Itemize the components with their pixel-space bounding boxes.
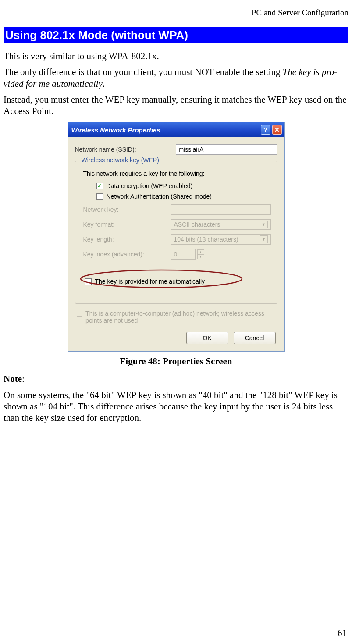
dialog-titlebar: Wireless Network Properties ? ✕ [68, 122, 284, 137]
key-index-spinner: ▲ ▼ [197, 249, 204, 259]
key-format-label: Key format: [83, 221, 171, 228]
spinner-down-icon: ▼ [197, 254, 204, 259]
close-button[interactable]: ✕ [272, 125, 282, 135]
adhoc-row: This is a computer-to-computer (ad hoc) … [77, 310, 276, 324]
key-length-select: 104 bits (13 characters) ▼ [171, 234, 271, 245]
dialog-body: Network name (SSID): Wireless network ke… [68, 137, 284, 351]
ssid-label: Network name (SSID): [75, 146, 176, 153]
network-key-input [171, 204, 271, 215]
note-text: On some systems, the "64 bit" WEP key is… [4, 389, 348, 424]
figure-wrap: Wireless Network Properties ? ✕ Network … [4, 122, 348, 367]
data-encryption-label: Data encryption (WEP enabled) [107, 182, 193, 189]
page-number: 61 [338, 628, 347, 639]
key-index-input: 0 [171, 249, 196, 260]
help-button[interactable]: ? [261, 125, 270, 135]
dialog-window: Wireless Network Properties ? ✕ Network … [68, 122, 285, 352]
wep-groupbox: Wireless network key (WEP) This network … [75, 161, 277, 304]
key-index-value: 0 [174, 251, 178, 258]
note-label: Note [4, 374, 22, 384]
paragraph-2: The only difference is that on your clie… [4, 66, 348, 89]
figure-caption: Figure 48: Properties Screen [4, 356, 348, 367]
chevron-down-icon: ▼ [260, 221, 268, 228]
key-length-label: Key length: [83, 236, 171, 243]
key-auto-checkbox[interactable] [85, 278, 92, 285]
key-length-value: 104 bits (13 characters) [174, 236, 238, 243]
network-auth-label: Network Authentication (Shared mode) [107, 193, 212, 200]
chevron-down-icon: ▼ [260, 235, 268, 243]
note-line: Note: [4, 373, 348, 384]
paragraph-3: Instead, you must enter the WEP key manu… [4, 94, 348, 117]
cancel-button[interactable]: Cancel [234, 332, 276, 344]
adhoc-checkbox [77, 310, 82, 317]
page-header-right: PC and Server Configuration [4, 8, 348, 18]
wep-group-legend: Wireless network key (WEP) [80, 157, 161, 164]
ssid-input[interactable] [176, 144, 277, 155]
key-auto-label: The key is provided for me automatically [95, 278, 205, 285]
network-auth-checkbox[interactable] [96, 193, 103, 200]
key-format-select: ASCII characters ▼ [171, 219, 271, 230]
spinner-up-icon: ▲ [197, 249, 204, 254]
key-format-value: ASCII characters [174, 221, 220, 228]
note-colon: : [22, 374, 25, 384]
ok-button[interactable]: OK [186, 332, 228, 344]
paragraph-2c: . [103, 78, 105, 89]
section-title: Using 802.1x Mode (without WPA) [4, 27, 348, 43]
key-index-label: Key index (advanced): [83, 251, 171, 258]
data-encryption-checkbox[interactable]: ✓ [96, 183, 103, 189]
paragraph-1: This is very similar to using WPA-802.1x… [4, 50, 348, 62]
paragraph-2a: The only difference is that on your clie… [4, 67, 283, 77]
network-key-label: Network key: [83, 206, 171, 213]
highlighted-option: The key is provided for me automatically [81, 271, 213, 293]
wep-group-desc: This network requires a key for the foll… [83, 170, 271, 177]
adhoc-label: This is a computer-to-computer (ad hoc) … [85, 310, 275, 324]
dialog-title: Wireless Network Properties [71, 126, 160, 134]
